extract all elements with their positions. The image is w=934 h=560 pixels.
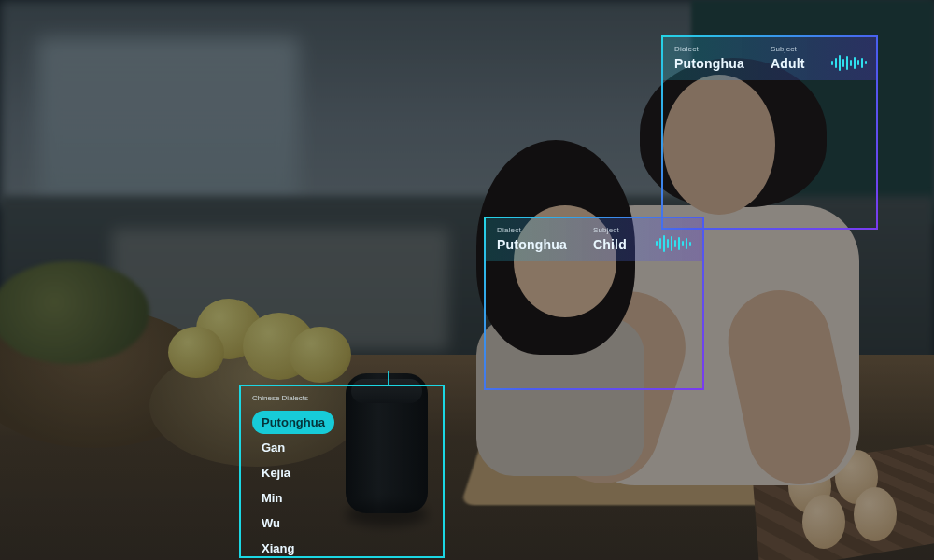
scene-root: Chinese Dialects PutonghuaGanKejiaMinWuX… [0, 0, 934, 560]
subject-value: Child [593, 237, 627, 252]
dialect-option[interactable]: Kejia [252, 461, 300, 484]
dialect-value: Putonghua [497, 237, 567, 252]
waveform-icon [656, 235, 691, 252]
callout-child: Dialect Putonghua Subject Child [484, 217, 704, 390]
dialect-option[interactable]: Xiang [252, 537, 304, 560]
dialect-option[interactable]: Wu [252, 511, 290, 535]
dialect-value: Putonghua [674, 56, 744, 71]
dialect-option[interactable]: Putonghua [252, 411, 334, 434]
dialect-option[interactable]: Min [252, 486, 291, 510]
waveform-icon [831, 54, 867, 71]
dialect-label: Dialect [674, 45, 744, 53]
dialect-label: Dialect [497, 226, 567, 234]
dialect-option[interactable]: Gan [252, 436, 294, 459]
dialect-panel-title: Chinese Dialects [252, 394, 308, 402]
subject-label: Subject [593, 226, 627, 234]
callout-adult-header: Dialect Putonghua Subject Adult [663, 37, 876, 80]
dialect-option-list: PutonghuaGanKejiaMinWuXiangYue [252, 409, 432, 560]
connector-line [388, 371, 389, 385]
dialect-panel: Chinese Dialects PutonghuaGanKejiaMinWuX… [239, 385, 445, 558]
subject-value: Adult [771, 56, 805, 71]
callout-adult: Dialect Putonghua Subject Adult [661, 35, 878, 230]
subject-label: Subject [771, 45, 805, 53]
